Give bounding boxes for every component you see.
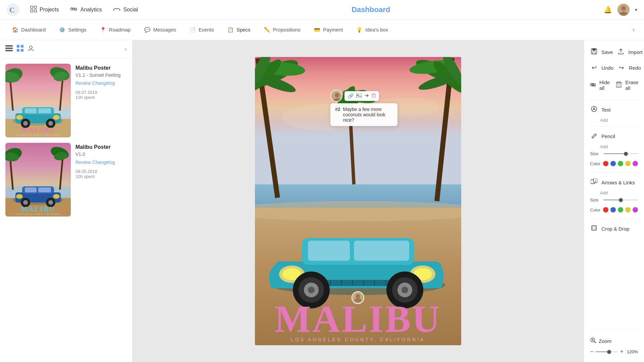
text-tool-button[interactable]: Text [589,103,639,116]
color-dot-purple[interactable] [633,207,638,213]
pencil-tool-button[interactable]: Pencil [589,130,639,143]
project-version: V1.0 [75,152,127,157]
logo[interactable]: C [7,3,19,16]
pencil-color-row: Color [589,160,639,169]
undo-icon: ↩ [590,64,598,71]
pencil-tool-add[interactable]: Add [589,144,639,149]
crop-drop-tool-button[interactable]: Crop & Drop [589,222,639,235]
sub-nav-dashboard[interactable]: 🏠 Dashboard [7,24,51,36]
svg-rect-2 [31,6,33,8]
nav-projects[interactable]: Projects [30,6,59,14]
hide-all-button[interactable]: Hide all [589,77,613,94]
color-dot-red[interactable] [603,207,608,213]
zoom-slider-thumb[interactable] [607,350,611,354]
import-button[interactable]: Import [615,46,644,59]
erase-icon [616,81,622,89]
svg-point-56 [16,194,23,199]
color-dot-yellow[interactable] [625,161,631,166]
list-view-icon[interactable] [5,45,13,53]
size-label: Size [590,197,601,202]
nav-analytics[interactable]: Analytics [70,6,102,14]
svg-point-59 [23,200,28,205]
zoom-slider[interactable] [596,351,618,352]
svg-point-57 [53,194,60,199]
svg-text:LOS ANGELES COUNTY, CALIFORNIA: LOS ANGELES COUNTY, CALIFORNIA [15,134,60,136]
svg-rect-3 [34,6,37,8]
svg-rect-54 [25,187,37,192]
sub-nav-specs[interactable]: 📋 Specs [222,24,256,36]
svg-line-132 [595,134,596,135]
sub-nav-more-icon[interactable]: › [630,25,637,35]
comment-delete-icon[interactable] [371,93,376,100]
color-dot-green[interactable] [618,161,623,166]
sub-nav-roadmap[interactable]: 📍 Roadmap [95,24,136,36]
roadmap-icon: 📍 [100,27,106,33]
commenter-avatar [330,90,342,102]
user-avatar[interactable] [618,4,630,16]
project-changelog-link[interactable]: Review Changelog [75,80,127,86]
color-dot-red[interactable] [603,161,608,166]
divider [589,172,639,173]
svg-text:MALIBU: MALIBU [275,298,441,340]
nav-social[interactable]: Social [113,6,138,14]
text-icon [590,106,598,114]
project-card[interactable]: MALIBU LOS ANGELES COUNTY, CALIFORNIA Ma… [5,64,127,137]
sub-nav-messages[interactable]: 💬 Messages [139,24,181,36]
color-dot-blue[interactable] [610,207,616,213]
user-menu-chevron-icon[interactable]: ▾ [635,7,637,12]
arrows-links-add[interactable]: Add [589,190,639,195]
color-dot-green[interactable] [618,207,623,213]
comment-image-icon[interactable] [356,93,362,100]
slider-fill [603,153,626,154]
redo-button[interactable]: ↪ Redo [616,61,642,74]
svg-rect-89 [308,241,350,261]
text-tool-add[interactable]: Add [589,118,639,123]
arrows-links-tool-button[interactable]: Arrows & Links [589,176,639,189]
svg-rect-137 [592,226,596,230]
notification-bell-icon[interactable]: 🔔 [604,6,612,14]
color-dot-purple[interactable] [633,161,638,166]
arrows-color-row: Color [589,206,639,215]
zoom-percent: 120% [627,349,638,354]
comment-number: #2 [335,107,340,112]
sub-nav-payment[interactable]: 💳 Payment [309,24,348,36]
zoom-out-button[interactable]: − [590,348,594,355]
grid-view-icon[interactable] [17,45,23,53]
sub-nav-settings[interactable]: ⚙️ Settings [54,24,92,36]
project-time: 12h spent [75,95,127,100]
sidebar-collapse-icon[interactable]: ‹ [125,46,127,53]
undo-button[interactable]: ↩ Undo [589,61,615,74]
arrows-size-slider[interactable] [603,199,638,200]
project-changelog-link[interactable]: Review Changelog [75,160,127,165]
comment-text-box: #2 Maybe a few more coconuts would look … [330,103,397,126]
sub-nav-events[interactable]: 📄 Events [184,24,219,36]
sub-nav-propositions[interactable]: ✏️ Propositions [259,24,306,36]
color-dot-yellow[interactable] [625,207,631,213]
comment-link-icon[interactable]: 🔗 [347,93,354,99]
project-card[interactable]: MALIBU LOS ANGELES COUNTY, CALIFORNIA Ma… [5,143,127,217]
svg-text:MALIBU: MALIBU [21,205,55,213]
pencil-size-slider[interactable] [603,153,638,154]
comment-share-icon[interactable] [364,93,370,100]
svg-rect-5 [34,10,37,12]
svg-point-35 [53,115,60,120]
svg-rect-17 [17,49,19,52]
dashboard-icon: 🏠 [12,27,18,33]
canvas-area[interactable]: MALIBU LOS ANGELES COUNTY, CALIFORNIA 🔗 [132,40,584,362]
zoom-section: Zoom − + 120% [589,329,639,357]
svg-text:LOS ANGELES COUNTY, CALIFORNIA: LOS ANGELES COUNTY, CALIFORNIA [291,337,425,342]
left-sidebar: ‹ [0,40,132,362]
sub-nav-ideas-box[interactable]: 💡 Idea's box [351,24,393,36]
person-icon[interactable] [28,45,34,53]
save-button[interactable]: Save [589,46,614,59]
payment-icon: 💳 [314,27,320,33]
slider-thumb[interactable] [619,198,623,202]
project-info: Malibu Poster V1.1 - Sunset Feeling Revi… [75,64,127,137]
erase-all-button[interactable]: Erase all [614,77,642,94]
project-info: Malibu Poster V1.0 Review Changelog 08.0… [75,143,127,217]
slider-thumb[interactable] [624,152,628,156]
zoom-in-button[interactable]: + [620,348,624,355]
svg-text:LOS ANGELES COUNTY, CALIFORNIA: LOS ANGELES COUNTY, CALIFORNIA [15,213,60,215]
main-layout: ‹ [0,40,644,362]
color-dot-blue[interactable] [610,161,616,166]
